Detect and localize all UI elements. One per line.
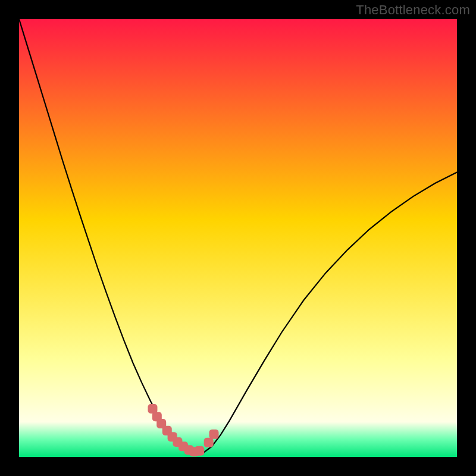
plot-area <box>19 19 457 457</box>
chart-svg <box>19 19 457 457</box>
curve-marker <box>195 446 204 456</box>
attribution-text: TheBottleneck.com <box>356 2 470 18</box>
curve-marker <box>204 438 214 447</box>
outer-black-frame: TheBottleneck.com <box>0 0 476 476</box>
gradient-background <box>19 19 457 457</box>
curve-marker <box>209 430 219 439</box>
